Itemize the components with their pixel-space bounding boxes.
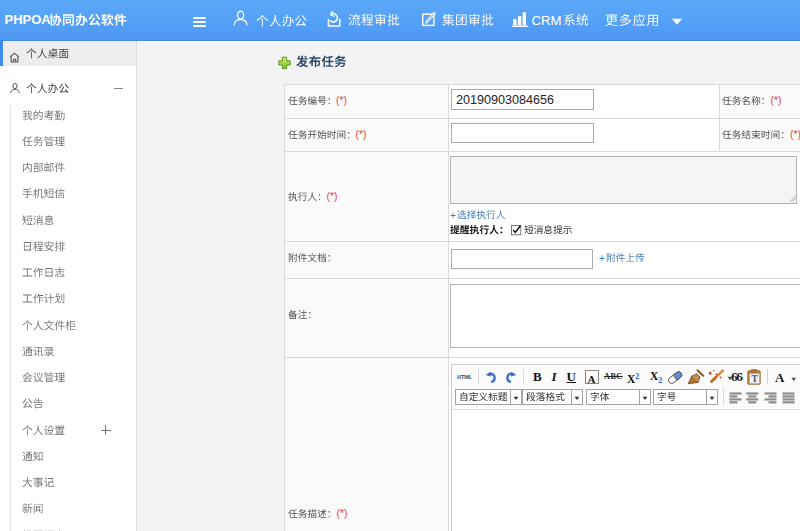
svg-text:T: T <box>751 374 758 384</box>
